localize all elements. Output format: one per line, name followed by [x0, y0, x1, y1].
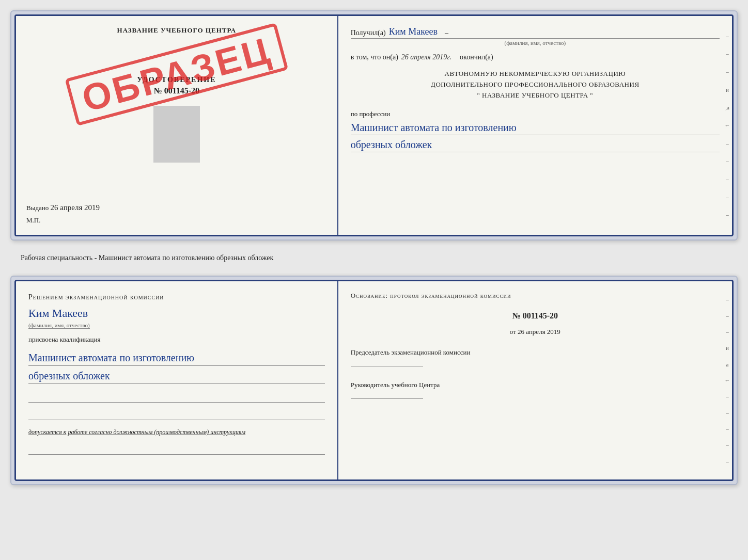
- rukovoditel-sig-line: [351, 398, 423, 399]
- top-right-panel: Получил(а) Ким Макеев – (фамилия, имя, о…: [338, 16, 732, 235]
- org-line3: " НАЗВАНИЕ УЧЕБНОГО ЦЕНТРА ": [351, 90, 720, 101]
- photo-placeholder: [153, 106, 200, 163]
- middle-caption-text: Рабочая специальность - Машинист автомат…: [21, 254, 273, 262]
- middle-caption: Рабочая специальность - Машинист автомат…: [10, 249, 738, 267]
- okonchil-label: окончил(а): [460, 53, 493, 61]
- bottom-right-panel: Основание: протокол экзаменационной коми…: [338, 281, 732, 479]
- completion-date: 26 апреля 2019г.: [401, 53, 451, 61]
- bottom-recipient-name: Ким Макеев: [28, 307, 325, 320]
- top-left-title: НАЗВАНИЕ УЧЕБНОГО ЦЕНТРА: [117, 26, 237, 35]
- bottom-document-outer: Решением экзаменационной комиссии Ким Ма…: [10, 276, 738, 485]
- profession-line2: обрезных обложек: [351, 137, 720, 152]
- cert-body: АВТОНОМНУЮ НЕКОММЕРЧЕСКУЮ ОРГАНИЗАЦИЮ ДО…: [351, 69, 720, 101]
- top-left-panel: НАЗВАНИЕ УЧЕБНОГО ЦЕНТРА ОБРАЗЕЦ УДОСТОВ…: [16, 16, 338, 235]
- bottom-date-value: 26 апреля 2019: [518, 328, 560, 335]
- profession-line1: Машинист автомата по изготовлению: [351, 120, 720, 135]
- stamp-area: ОБРАЗЕЦ УДОСТОВЕРЕНИЕ № 001145-20: [26, 45, 327, 193]
- osnovanie-label: Основание: протокол экзаменационной коми…: [351, 292, 720, 300]
- predsedatel-sig-line: [351, 366, 423, 366]
- top-document: НАЗВАНИЕ УЧЕБНОГО ЦЕНТРА ОБРАЗЕЦ УДОСТОВ…: [14, 14, 734, 236]
- bottom-name-block: Ким Макеев (фамилия, имя, отчество): [28, 307, 325, 329]
- qual-line2: обрезных обложек: [28, 368, 325, 384]
- predsedatel-label: Председатель экзаменационной комиссии: [351, 348, 720, 357]
- bottom-left-panel: Решением экзаменационной комиссии Ким Ма…: [16, 281, 338, 479]
- dopuskaetsya-text: допускается к работе согласно должностны…: [28, 428, 325, 436]
- po-professii-section: по профессии Машинист автомата по изгото…: [351, 108, 720, 152]
- resheniem-label: Решением экзаменационной комиссии: [28, 292, 325, 302]
- blank-line-2: [28, 410, 325, 420]
- prisvoena-label: присвоена квалификация: [28, 335, 325, 344]
- bottom-fio-label: (фамилия, имя, отчество): [28, 322, 90, 329]
- blank-line-1: [28, 392, 325, 403]
- mp-label: М.П.: [26, 216, 40, 225]
- rukovoditel-label: Руководитель учебного Центра: [351, 381, 720, 389]
- vydano-line: Выдано 26 апреля 2019: [26, 193, 100, 212]
- top-document-outer: НАЗВАНИЕ УЧЕБНОГО ЦЕНТРА ОБРАЗЕЦ УДОСТОВ…: [10, 10, 738, 241]
- blank-line-3: [28, 444, 325, 455]
- poluchil-label: Получил(а): [351, 29, 386, 37]
- rukovoditel-block: Руководитель учебного Центра: [351, 381, 720, 401]
- right-side-lines-bottom: – – – и а ← – – – – –: [723, 281, 732, 479]
- vtom-label: в том, что он(а): [351, 53, 398, 61]
- org-line2: ДОПОЛНИТЕЛЬНОГО ПРОФЕССИОНАЛЬНОГО ОБРАЗО…: [351, 79, 720, 90]
- org-line1: АВТОНОМНУЮ НЕКОММЕРЧЕСКУЮ ОРГАНИЗАЦИЮ: [351, 69, 720, 79]
- vydano-date: 26 апреля 2019: [51, 203, 100, 212]
- ot-date-row: от 26 апреля 2019: [351, 328, 720, 336]
- qualification-block: Машинист автомата по изготовлению обрезн…: [28, 348, 325, 384]
- qual-line1: Машинист автомата по изготовлению: [28, 350, 325, 366]
- vydano-label: Выдано: [26, 204, 49, 212]
- dopuskaetsya-prefix: допускается к: [28, 428, 66, 436]
- page-wrapper: НАЗВАНИЕ УЧЕБНОГО ЦЕНТРА ОБРАЗЕЦ УДОСТОВ…: [10, 10, 738, 485]
- right-side-lines-top: – – – и ,а ← – – – – –: [723, 16, 732, 235]
- blank-lines: [28, 392, 325, 420]
- predsedatel-block: Председатель экзаменационной комиссии: [351, 348, 720, 369]
- dopuskaetsya-underline: работе согласно должностным (производств…: [68, 428, 245, 436]
- ot-prefix: от: [510, 328, 516, 335]
- recipient-name: Ким Макеев: [389, 26, 438, 37]
- po-professii-label: по профессии: [351, 110, 720, 118]
- bottom-document: Решением экзаменационной комиссии Ким Ма…: [14, 280, 734, 481]
- poluchil-row: Получил(а) Ким Макеев – (фамилия, имя, о…: [351, 26, 720, 46]
- fio-label-top: (фамилия, имя, отчество): [351, 40, 720, 46]
- vtom-row: в том, что он(а) 26 апреля 2019г. окончи…: [351, 53, 720, 61]
- protocol-number: № 001145-20: [351, 311, 720, 321]
